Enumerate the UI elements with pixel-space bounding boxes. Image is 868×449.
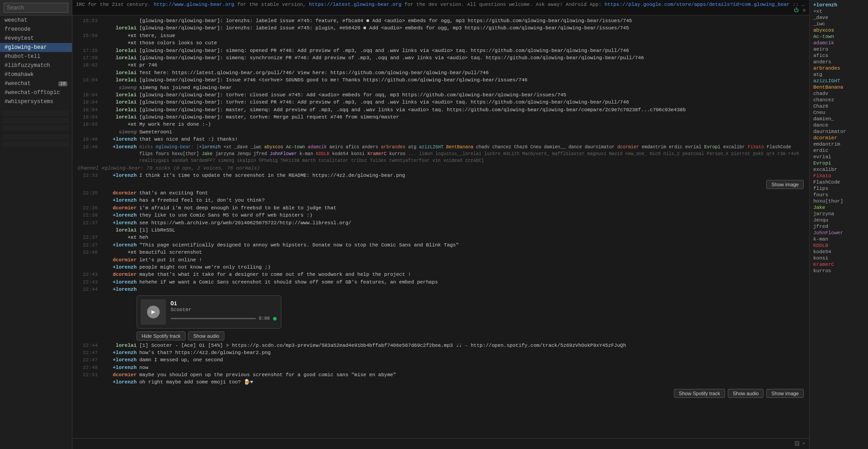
nick-list-nick[interactable]: jfred bbox=[253, 151, 267, 156]
userlist-item[interactable]: jfred bbox=[810, 223, 868, 230]
hide-spotify-button[interactable]: Hide Spotify track bbox=[137, 331, 185, 340]
nick-list-nick[interactable]: kurros bbox=[389, 151, 405, 156]
nick-list-nick[interactable]: fours bbox=[156, 151, 169, 156]
sidebar-item-tomahawk[interactable]: #tomahawk bbox=[0, 70, 72, 79]
nick-list-nick[interactable]: aeiro bbox=[329, 145, 343, 150]
nick-list-nick[interactable]: _iwc bbox=[251, 145, 261, 150]
userlist-item[interactable]: konsi bbox=[810, 255, 868, 261]
userlist-item[interactable]: flips bbox=[810, 185, 868, 192]
userlist-item[interactable]: _dave bbox=[810, 14, 868, 21]
userlist-item[interactable]: evrial bbox=[810, 154, 868, 160]
sidebar-item-weechat[interactable]: weechat bbox=[0, 16, 72, 25]
show-spotify-track-button[interactable]: Show Spotify track bbox=[674, 389, 725, 398]
topbar-link3[interactable]: https://play.google.com/store/apps/detai… bbox=[604, 2, 789, 7]
nick-list-nick[interactable]: abyxcos bbox=[264, 145, 283, 150]
userlist-item[interactable]: arbrandes bbox=[810, 65, 868, 71]
userlist-item[interactable]: damien_ bbox=[810, 116, 868, 122]
userlist-item[interactable]: kode54 bbox=[810, 249, 868, 255]
show-audio-button-2[interactable]: Show audio bbox=[728, 389, 764, 398]
userlist-item[interactable]: hoxu[thor] bbox=[810, 198, 868, 204]
settings-icon[interactable]: ⚙ bbox=[802, 7, 806, 13]
nick-list-nick[interactable]: emdantrim bbox=[642, 145, 666, 150]
topbar-link2[interactable]: https://latest.glowing-bear.org bbox=[309, 2, 402, 7]
userlist-item[interactable]: adamcik bbox=[810, 40, 868, 46]
userlist-item[interactable]: atg bbox=[810, 71, 868, 78]
sidebar-item-eveytest[interactable]: #eveytest bbox=[0, 34, 72, 43]
userlist-item[interactable]: daurnimator bbox=[810, 128, 868, 135]
sidebar-item-hubot-tell[interactable]: #hubot-tell bbox=[0, 52, 72, 61]
sidebar-item-weechat-offtopic[interactable]: #weechat-offtopic bbox=[0, 88, 72, 97]
nick-list-nick[interactable]: dcormier bbox=[617, 145, 639, 150]
userlist-item[interactable]: KDDLB bbox=[810, 242, 868, 249]
nick-list-nick[interactable]: jarzyna bbox=[215, 151, 234, 156]
nick-list-nick[interactable]: daurnimator bbox=[585, 145, 615, 150]
sidebar-item-libfuzzymatch[interactable]: #libfuzzymatch bbox=[0, 61, 72, 70]
nick-list-nick[interactable]: Cneu bbox=[531, 145, 541, 150]
userlist-item[interactable]: aeiro bbox=[810, 46, 868, 52]
nick-list-nick[interactable]: chadv bbox=[476, 145, 489, 150]
nick-list-nick[interactable]: FlashCode bbox=[767, 145, 791, 150]
userlist-item[interactable]: Chaz6 bbox=[810, 103, 868, 109]
userlist-item[interactable]: emdantrim bbox=[810, 141, 868, 147]
nick-list-nick[interactable]: kode54 bbox=[332, 151, 348, 156]
nick-list-nick[interactable]: erdic bbox=[669, 145, 683, 150]
sidebar-item-weechat[interactable]: #weechat10 bbox=[0, 79, 72, 88]
nick-list-nick[interactable]: KramerC bbox=[367, 151, 386, 156]
nick-list-nick[interactable]: Chaz6 bbox=[514, 145, 528, 150]
nick-list-nick[interactable]: konsi bbox=[351, 151, 365, 156]
nick-list-nick[interactable]: +lorenzh bbox=[199, 145, 221, 150]
nick-list-nick[interactable]: anders bbox=[362, 145, 378, 150]
nick-list-nick[interactable]: excalibr bbox=[723, 145, 745, 150]
nick-list-nick[interactable]: arbrandes bbox=[381, 145, 405, 150]
nick-list-nick[interactable]: Ac-town bbox=[286, 145, 305, 150]
nick-list-nick[interactable]: k-man bbox=[299, 151, 313, 156]
nick-list-nick[interactable]: evrial bbox=[685, 145, 702, 150]
show-image-button-2[interactable]: Show image bbox=[766, 389, 804, 398]
userlist-item[interactable]: Jenqu bbox=[810, 217, 868, 223]
nick-list-nick[interactable]: KDDLB bbox=[316, 151, 329, 156]
nick-list-nick[interactable]: afics bbox=[346, 145, 359, 150]
userlist-item[interactable]: BentBanana bbox=[810, 84, 868, 90]
userlist-item[interactable]: +xt bbox=[810, 8, 868, 14]
userlist-item[interactable]: chancez bbox=[810, 97, 868, 103]
userlist-item[interactable]: abyxcos bbox=[810, 27, 868, 33]
sidebar-item-freenode[interactable]: freenode bbox=[0, 25, 72, 34]
show-image-button[interactable]: Show image bbox=[766, 180, 804, 189]
userlist-item[interactable]: chadv bbox=[810, 90, 868, 97]
show-audio-button[interactable]: Show audio bbox=[188, 331, 224, 340]
nick-list-nick[interactable]: +xt bbox=[223, 145, 232, 150]
nick-list-nick[interactable]: adamcik bbox=[308, 145, 327, 150]
userlist-item[interactable]: afics bbox=[810, 52, 868, 59]
userlist-item[interactable]: dcormier bbox=[810, 135, 868, 141]
userlist-item[interactable]: jarzyna bbox=[810, 211, 868, 217]
userlist-item[interactable]: excalibr bbox=[810, 166, 868, 173]
nick-list-nick[interactable]: flips bbox=[139, 151, 153, 156]
userlist-item[interactable]: Ac-town bbox=[810, 33, 868, 40]
spotify-play-button[interactable]: ▶ bbox=[147, 306, 160, 318]
nick-list-nick[interactable]: Jake bbox=[202, 151, 213, 156]
nick-list-nick[interactable]: damien__ bbox=[544, 145, 566, 150]
nick-list-nick[interactable]: _dave bbox=[234, 145, 248, 150]
userlist-item[interactable]: dance bbox=[810, 122, 868, 128]
userlist-item[interactable]: JohnFlower bbox=[810, 230, 868, 236]
userlist-item[interactable]: KramerC bbox=[810, 261, 868, 268]
userlist-item[interactable]: kurros bbox=[810, 268, 868, 274]
nick-list-nick[interactable]: chancez bbox=[493, 145, 512, 150]
nick-list-nick[interactable]: dance bbox=[569, 145, 582, 150]
spotify-progress-bar[interactable] bbox=[171, 318, 256, 319]
nick-list-nick[interactable]: JohnFlower bbox=[270, 151, 297, 156]
topbar-link1[interactable]: http://www.glowing-bear.org bbox=[154, 2, 234, 7]
userlist-item[interactable]: FlashCode bbox=[810, 179, 868, 185]
userlist-item[interactable]: fours bbox=[810, 192, 868, 198]
nick-list-nick[interactable]: atg bbox=[408, 145, 416, 150]
userlist-item[interactable]: _iwc bbox=[810, 21, 868, 27]
userlist-item[interactable]: anders bbox=[810, 59, 868, 65]
search-input[interactable] bbox=[4, 3, 68, 13]
userlist-item[interactable]: azizLIGHT bbox=[810, 78, 868, 84]
userlist-item[interactable]: k-man bbox=[810, 236, 868, 242]
nick-list-nick[interactable]: BentBanana bbox=[446, 145, 473, 150]
userlist-item[interactable]: Evropi bbox=[810, 160, 868, 166]
nick-list-nick[interactable]: FiXato bbox=[748, 145, 764, 150]
sidebar-item-whispersystems[interactable]: #whispersystems bbox=[0, 97, 72, 106]
nick-list-nick[interactable]: azizLIGHT bbox=[419, 145, 443, 150]
